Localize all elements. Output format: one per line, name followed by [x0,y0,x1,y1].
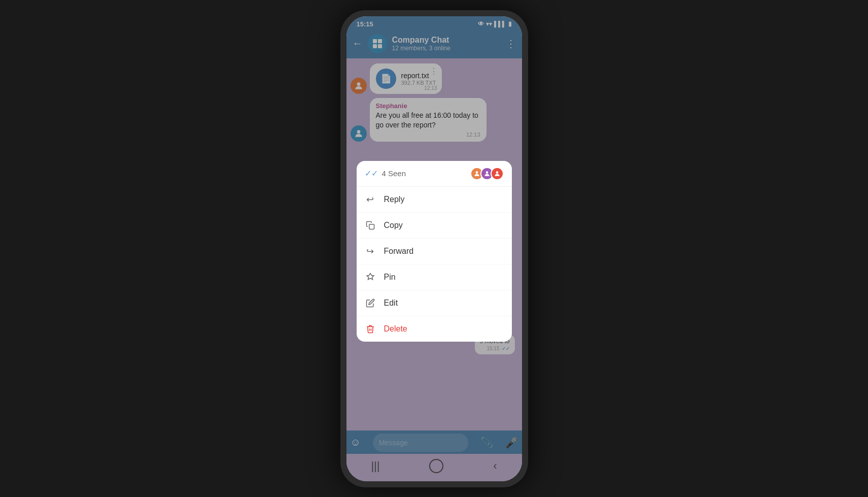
forward-label: Forward [384,247,414,256]
delete-icon [365,323,376,335]
context-popup: ✓✓ 4 Seen ↩ [352,161,517,342]
seen-avatars [470,167,504,180]
copy-label: Copy [384,221,403,230]
svg-point-18 [475,171,478,174]
seen-count: 4 Seen [382,169,406,178]
seen-avatar [491,167,504,180]
pin-label: Pin [384,273,396,282]
delete-label: Delete [384,324,407,334]
forward-icon: ↪ [365,246,376,257]
edit-icon [365,297,376,309]
seen-bar[interactable]: ✓✓ 4 Seen [357,161,512,187]
reply-icon: ↩ [365,194,376,205]
reply-label: Reply [384,195,405,204]
seen-check-icon: ✓✓ [365,169,378,178]
reply-menu-item[interactable]: ↩ Reply [357,187,512,213]
edit-menu-item[interactable]: Edit [357,290,512,316]
copy-icon [365,220,376,231]
edit-label: Edit [384,299,398,308]
pin-icon [365,272,376,283]
seen-left: ✓✓ 4 Seen [365,169,406,178]
svg-point-19 [485,171,488,174]
context-menu: ↩ Reply Copy ↪ Forward [357,187,512,342]
phone-screen: 15:15 👁 ▾▾ ▌▌▌ ▮ ← Company Chat [346,16,522,481]
phone-frame: 15:15 👁 ▾▾ ▌▌▌ ▮ ← Company Chat [340,10,528,487]
delete-menu-item[interactable]: Delete [357,316,512,342]
pin-menu-item[interactable]: Pin [357,264,512,290]
forward-menu-item[interactable]: ↪ Forward [357,239,512,264]
svg-point-20 [496,171,498,174]
svg-rect-21 [369,224,374,229]
copy-menu-item[interactable]: Copy [357,213,512,239]
